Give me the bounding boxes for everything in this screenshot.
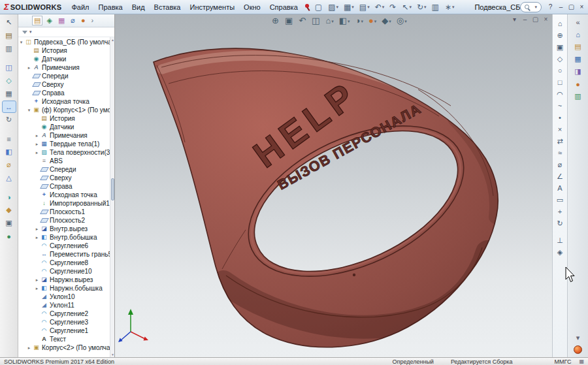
- save-icon[interactable]: ▦ ▾: [342, 2, 356, 12]
- coordinate-system-icon[interactable]: +: [554, 206, 566, 217]
- search-scope-caret-icon[interactable]: ▾: [534, 5, 537, 10]
- tree-item[interactable]: ▸ Примечания: [18, 131, 110, 140]
- tree-item[interactable]: Текст: [18, 335, 110, 343]
- scroll-down-icon[interactable]: ▼: [110, 353, 114, 357]
- dimension-tool-icon[interactable]: ⌀: [554, 159, 566, 170]
- resources-icon[interactable]: ⌂: [572, 29, 585, 39]
- view-palette-icon[interactable]: ◨: [572, 67, 585, 76]
- spline-tool-icon[interactable]: ~: [554, 101, 566, 111]
- tree-item[interactable]: Датчики: [18, 55, 110, 63]
- measure-icon[interactable]: ▣: [3, 217, 16, 229]
- print-icon[interactable]: ▤ ▾: [357, 2, 372, 12]
- scroll-down-icon[interactable]: ▾: [572, 333, 585, 343]
- menubar-menu-item[interactable]: Вид: [127, 2, 150, 12]
- close-doc-icon[interactable]: ×: [542, 16, 550, 23]
- design-library-icon[interactable]: ▤: [572, 42, 585, 52]
- expand-arrow-icon[interactable]: ▸: [34, 278, 40, 283]
- zoom-fit-icon[interactable]: ⊕: [270, 16, 281, 26]
- apply-scene-icon[interactable]: ◆ ▾: [380, 16, 393, 26]
- expand-arrow-icon[interactable]: ▸: [34, 235, 40, 240]
- isometric-view-icon[interactable]: ◈: [554, 247, 566, 257]
- file-properties-icon[interactable]: ▥: [430, 2, 442, 12]
- tree-item[interactable]: Скругление10: [18, 267, 110, 276]
- expand-arrow-icon[interactable]: ▸: [34, 133, 40, 138]
- convert-entities-icon[interactable]: ↻: [554, 218, 566, 229]
- minimize-icon[interactable]: –: [556, 3, 566, 10]
- help-icon[interactable]: ?: [546, 3, 555, 10]
- close-icon[interactable]: ×: [577, 3, 587, 10]
- tree-item[interactable]: ▸ Твердые тела(1): [18, 140, 110, 148]
- circle-tool-icon[interactable]: ○: [554, 65, 566, 76]
- menubar-menu-item[interactable]: Правка: [94, 2, 127, 12]
- trim-tool-icon[interactable]: ×: [554, 124, 566, 135]
- tree-item[interactable]: История: [18, 114, 110, 123]
- insert-component-icon[interactable]: ◫: [3, 62, 16, 73]
- tree-item[interactable]: ▸ Наружн.бобышка: [18, 284, 110, 293]
- expand-arrow-icon[interactable]: ▸: [34, 150, 40, 155]
- collapse-pane-icon[interactable]: «: [572, 17, 585, 27]
- tree-scrollbar[interactable]: ▲ ▼: [110, 37, 114, 357]
- menubar-menu-item[interactable]: Справка: [265, 2, 302, 12]
- expand-arrow-icon[interactable]: ▸: [34, 142, 40, 147]
- tree-item[interactable]: ▸ Внутр.вырез: [18, 225, 110, 233]
- tab-overflow-icon[interactable]: ›: [90, 16, 95, 25]
- reference-geometry-icon[interactable]: ⌀: [3, 159, 16, 170]
- display-style-icon[interactable]: ◧ ▾: [338, 16, 351, 26]
- plane-tool-icon[interactable]: ▭: [554, 195, 566, 205]
- tree-item[interactable]: Скругление2: [18, 309, 110, 318]
- tree-item[interactable]: Скругление6: [18, 242, 110, 250]
- tab-displaymanager[interactable]: ●: [80, 16, 87, 25]
- tree-item[interactable]: Скругление1: [18, 326, 110, 335]
- tree-item[interactable]: ▾ Подвеска_СБ (По умолчанию<Сост: [18, 38, 110, 46]
- tree-item[interactable]: ▸ Внутр.бобышка: [18, 233, 110, 242]
- menubar-menu-item[interactable]: Вставка: [150, 2, 186, 12]
- select-tool-icon[interactable]: ↖: [3, 17, 16, 28]
- tree-item[interactable]: Скругление8: [18, 259, 110, 267]
- tree-item[interactable]: Скругление3: [18, 318, 110, 326]
- tree-item[interactable]: Сверху: [18, 80, 110, 89]
- tree-item[interactable]: Сверху: [18, 174, 110, 182]
- menubar-menu-item[interactable]: Инструменты: [185, 2, 239, 12]
- expand-arrow-icon[interactable]: ▸: [34, 286, 40, 291]
- orientation-triad[interactable]: [118, 309, 148, 342]
- scroll-up-icon[interactable]: ▲: [110, 38, 114, 42]
- file-explorer-icon[interactable]: ▦: [572, 54, 585, 64]
- units-label[interactable]: ММГС: [554, 358, 571, 365]
- filter-icon[interactable]: [22, 31, 27, 34]
- expand-arrow-icon[interactable]: ▸: [26, 65, 32, 71]
- mirror-tool-icon[interactable]: ⇄: [554, 136, 566, 146]
- wireframe-icon[interactable]: ◇: [554, 54, 566, 64]
- exploded-view-icon[interactable]: △: [3, 172, 16, 183]
- options-icon[interactable]: ∗ ▾: [443, 2, 457, 12]
- tree-item[interactable]: История: [18, 46, 110, 55]
- edit-appearance-icon[interactable]: ● ▾: [367, 16, 378, 26]
- normal-to-icon[interactable]: ⊥: [554, 235, 566, 246]
- tree-item[interactable]: Спереди: [18, 165, 110, 174]
- rotate-component-icon[interactable]: ↻: [3, 114, 16, 125]
- tree-item[interactable]: Уклон11: [18, 301, 110, 309]
- tree-item[interactable]: Плоскость1: [18, 208, 110, 216]
- expand-arrow-icon[interactable]: ▾: [18, 40, 24, 45]
- tree-item[interactable]: Датчики: [18, 123, 110, 131]
- linear-pattern-icon[interactable]: ▦: [3, 88, 16, 99]
- rebuild-icon[interactable]: ↻ ▾: [415, 2, 429, 12]
- section-view-icon[interactable]: ◫: [310, 16, 321, 26]
- view-orientation-icon[interactable]: ⌂: [554, 18, 566, 29]
- tree-item[interactable]: Справа: [18, 182, 110, 191]
- zoom-fit-icon[interactable]: ⊕: [554, 30, 566, 40]
- arc-tool-icon[interactable]: ◠: [554, 89, 566, 99]
- move-component-icon[interactable]: ↔: [3, 101, 16, 112]
- tab-featuremanager[interactable]: ▤: [33, 16, 42, 25]
- zoom-area-icon[interactable]: ▣: [284, 16, 295, 26]
- view-settings-icon[interactable]: ◎ ▾: [395, 16, 408, 26]
- custom-properties-icon[interactable]: ▥: [572, 91, 585, 101]
- tree-item[interactable]: ▸ Тела поверхности(3): [18, 148, 110, 157]
- view-orientation-icon[interactable]: ⌂ ▾: [324, 16, 335, 26]
- tree-item[interactable]: Справа: [18, 89, 110, 97]
- undo-icon[interactable]: ↶ ▾: [373, 2, 387, 12]
- scrollbar-thumb[interactable]: [111, 178, 114, 200]
- previous-view-icon[interactable]: ↶: [297, 16, 308, 26]
- tree-item[interactable]: Спереди: [18, 72, 110, 80]
- tab-dimxpertmanager[interactable]: ⌀: [69, 16, 76, 25]
- open-file-icon[interactable]: ▨ ▾: [326, 2, 340, 12]
